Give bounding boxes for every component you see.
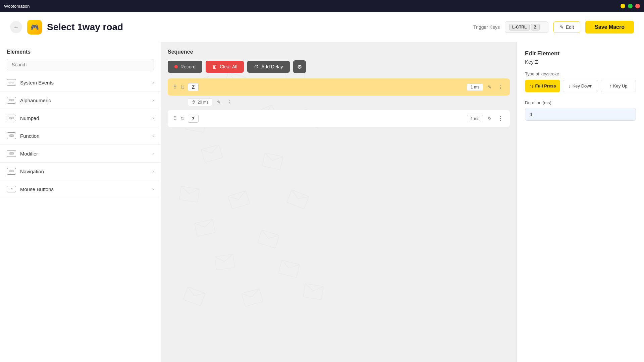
settings-gear-icon: ⚙	[297, 64, 302, 70]
sidebar-item-function[interactable]: ⌨ Function ›	[0, 127, 161, 145]
sidebar-item-numpad-left: ⌨ Numpad	[7, 115, 39, 121]
full-press-label: Full Press	[535, 83, 556, 88]
sidebar-item-modifier[interactable]: ⌨ Modifier ›	[0, 145, 161, 163]
delay-row: ⏱ 20 ms ✎ ⋮	[168, 96, 510, 109]
sort-7-icon: ⇅	[180, 116, 184, 121]
sidebar-item-navigation-label: Navigation	[20, 169, 44, 174]
sidebar-title: Elements	[7, 49, 154, 55]
key-down-button[interactable]: ↓ Key Down	[563, 80, 598, 92]
keystroke-type-buttons: ↑↓ Full Press ↓ Key Down ↑ Key Up	[525, 80, 636, 92]
sidebar-item-navigation[interactable]: ⌨ Navigation ›	[0, 163, 161, 180]
type-of-keystroke-label: Type of keystroke	[525, 71, 636, 76]
alphanumeric-chevron-icon: ›	[152, 98, 154, 103]
sidebar-item-modifier-left: ⌨ Modifier	[7, 150, 38, 157]
drag-handle-7-icon[interactable]: ⠿	[173, 115, 177, 122]
edit-label: Edit	[566, 24, 574, 30]
clock-add-icon: ⏱	[254, 64, 259, 69]
function-icon: ⌨	[7, 132, 16, 139]
key-up-button[interactable]: ↑ Key Up	[601, 80, 636, 92]
trash-icon: 🗑	[212, 64, 217, 69]
sidebar-item-system-events-label: System Events	[20, 80, 54, 85]
svg-rect-17	[303, 284, 324, 300]
record-dot-icon	[174, 65, 178, 68]
svg-rect-11	[195, 220, 215, 237]
trigger-key-1: L-CTRL	[509, 24, 530, 31]
sidebar-items: ▭▭ System Events › ⌨ Alphanumeric ›	[0, 74, 161, 362]
app-name-title: Wootomation	[4, 4, 30, 9]
drag-handle-icon[interactable]: ⠿	[173, 84, 177, 90]
clear-all-button[interactable]: 🗑 Clear All	[206, 61, 244, 73]
numpad-icon: ⌨	[7, 115, 16, 121]
delay-edit-button[interactable]: ✎	[216, 98, 222, 106]
sequence-content: Sequence Record 🗑 Clear All ⏱ Add Delay …	[161, 42, 517, 134]
duration-input[interactable]	[525, 108, 636, 121]
edit-button[interactable]: ✎ Edit	[553, 21, 580, 33]
title-bar-left: Wootomation	[4, 4, 30, 9]
window-controls	[621, 4, 640, 8]
full-press-button[interactable]: ↑↓ Full Press	[525, 80, 560, 92]
sidebar-item-function-label: Function	[20, 133, 40, 139]
minimize-button[interactable]	[621, 4, 625, 8]
key-7-edit-button[interactable]: ✎	[486, 115, 493, 123]
add-delay-button[interactable]: ⏱ Add Delay	[247, 61, 290, 73]
record-button[interactable]: Record	[168, 61, 202, 73]
right-panel: Edit Element Key Z Type of keystroke ↑↓ …	[517, 42, 644, 362]
key-7-more-button[interactable]: ⋮	[496, 114, 504, 123]
sequence-row-7: ⠿ ⇅ 7 1 ms ✎ ⋮	[168, 110, 510, 127]
full-press-arrows-icon: ↑↓	[529, 83, 533, 88]
sidebar-item-navigation-left: ⌨ Navigation	[7, 168, 44, 175]
navigation-icon: ⌨	[7, 168, 16, 175]
sidebar-item-alphanumeric[interactable]: ⌨ Alphanumeric ›	[0, 92, 161, 109]
header-right: Trigger Keys L-CTRL Z ✎ Edit Save Macro	[473, 21, 634, 34]
sequence-title: Sequence	[168, 49, 510, 55]
system-events-icon: ▭▭	[7, 79, 16, 86]
key-z-more-button[interactable]: ⋮	[496, 82, 504, 92]
svg-rect-7	[262, 153, 283, 170]
trigger-key-2: Z	[531, 24, 539, 31]
svg-rect-16	[241, 289, 263, 307]
numpad-chevron-icon: ›	[152, 115, 154, 121]
key-up-arrow-icon: ↑	[609, 83, 611, 88]
sidebar-item-mouse-buttons-left: 🖱 Mouse Buttons	[7, 186, 54, 192]
record-label: Record	[180, 64, 196, 69]
key-7-ms-badge: 1 ms	[467, 115, 483, 122]
page-title: Select 1way road	[47, 22, 123, 33]
svg-rect-9	[228, 191, 250, 209]
delay-ms-value: 20 ms	[198, 100, 209, 105]
close-button[interactable]	[635, 4, 640, 8]
modifier-icon: ⌨	[7, 150, 16, 157]
sidebar-item-mouse-buttons[interactable]: 🖱 Mouse Buttons ›	[0, 180, 161, 198]
sidebar-item-alphanumeric-left: ⌨ Alphanumeric	[7, 97, 51, 104]
system-events-chevron-icon: ›	[152, 80, 154, 85]
sort-icon: ⇅	[180, 84, 184, 90]
edit-element-key-name: Key Z	[525, 59, 636, 65]
edit-icon: ✎	[560, 24, 564, 30]
sidebar-item-mouse-buttons-label: Mouse Buttons	[20, 186, 54, 192]
back-button[interactable]: ←	[10, 21, 22, 33]
app-header: ← 🎮 Select 1way road Trigger Keys L-CTRL…	[0, 12, 644, 42]
clear-all-label: Clear All	[220, 64, 237, 69]
mouse-buttons-chevron-icon: ›	[152, 186, 154, 192]
delay-more-button[interactable]: ⋮	[226, 98, 234, 107]
svg-rect-15	[183, 287, 205, 306]
svg-rect-12	[258, 230, 279, 248]
trigger-keys-display: L-CTRL Z	[505, 21, 548, 33]
save-macro-button[interactable]: Save Macro	[585, 21, 634, 34]
key-z-label: Z	[188, 83, 199, 91]
sidebar-item-system-events[interactable]: ▭▭ System Events ›	[0, 74, 161, 92]
navigation-chevron-icon: ›	[152, 169, 154, 174]
logo-icon: 🎮	[31, 23, 39, 31]
sidebar-item-numpad[interactable]: ⌨ Numpad ›	[0, 109, 161, 127]
header-left: ← 🎮 Select 1way road	[10, 20, 473, 35]
settings-button[interactable]: ⚙	[293, 60, 306, 73]
add-delay-label: Add Delay	[261, 64, 283, 69]
key-z-edit-button[interactable]: ✎	[486, 83, 493, 91]
back-arrow-icon: ←	[13, 24, 19, 30]
maximize-button[interactable]	[628, 4, 633, 8]
key-7-label: 7	[188, 115, 199, 123]
search-input[interactable]	[7, 59, 154, 70]
modifier-chevron-icon: ›	[152, 151, 154, 156]
sidebar-item-numpad-label: Numpad	[20, 115, 39, 121]
key-down-label: Key Down	[573, 83, 592, 88]
delay-badge: ⏱ 20 ms	[188, 98, 212, 106]
